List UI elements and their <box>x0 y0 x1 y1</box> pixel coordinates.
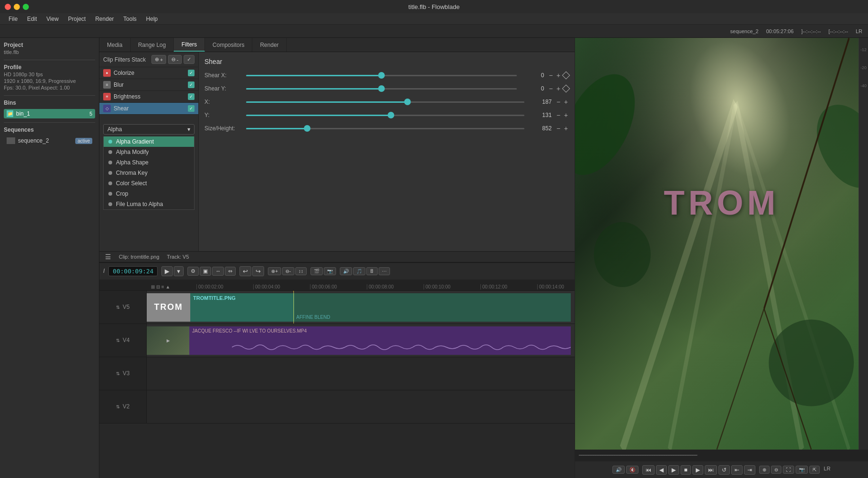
shear-x-minus[interactable]: − <box>548 72 554 79</box>
size-thumb[interactable] <box>304 125 310 132</box>
alpha-dropdown[interactable]: Alpha ▾ <box>103 124 195 135</box>
x-thumb[interactable] <box>404 99 411 105</box>
shear-x-slider[interactable] <box>246 71 517 80</box>
brightness-checkbox[interactable]: ✓ <box>188 93 195 100</box>
render-btn2[interactable]: 📷 <box>324 267 336 275</box>
menu-view[interactable]: View <box>42 13 63 24</box>
preview-snapshot[interactable]: 📷 <box>796 466 808 474</box>
shear-y-thumb[interactable] <box>378 85 385 92</box>
y-minus[interactable]: − <box>556 111 561 119</box>
shear-x-plus[interactable]: + <box>556 72 561 79</box>
preview-prev-frame[interactable]: ◀ <box>656 465 667 475</box>
filter-shear[interactable]: ◇ Shear ✓ <box>99 103 198 115</box>
add-in[interactable]: ⊕+ <box>268 267 281 275</box>
y-plus[interactable]: + <box>563 111 569 119</box>
v2-expand-icon[interactable]: ⇅ <box>116 404 120 409</box>
x-minus[interactable]: − <box>556 98 561 106</box>
menu-help[interactable]: Help <box>142 13 163 24</box>
overwrite-tool[interactable]: ▣ <box>200 267 211 276</box>
mini-ctrl-4[interactable]: ▲ <box>166 284 170 289</box>
filter-brightness[interactable]: ☀ Brightness ✓ <box>99 91 198 103</box>
track-v2-content[interactable] <box>147 390 575 423</box>
menu-edit[interactable]: Edit <box>22 13 42 24</box>
alpha-gradient-item[interactable]: Alpha Gradient <box>104 136 194 147</box>
colorize-checkbox[interactable]: ✓ <box>188 70 195 76</box>
preview-next-frame[interactable]: ▶ <box>692 465 703 475</box>
check-filter-button[interactable]: ✓ <box>184 55 195 64</box>
shear-y-plus[interactable]: + <box>556 85 561 92</box>
audio-up[interactable]: 🔊 <box>340 267 352 275</box>
remove-filter-button[interactable]: ⊖ - <box>168 55 182 64</box>
preview-zoom-in[interactable]: ⊕ <box>759 466 770 474</box>
preview-out-btn[interactable]: ⇥ <box>744 465 755 475</box>
track-v5-content[interactable]: TROM TROMTITLE.PNG AFFINE BLEND <box>147 291 575 324</box>
preview-skip-end[interactable]: ⏭ <box>705 465 717 475</box>
color-select-item[interactable]: Color Select <box>104 178 194 189</box>
split-tool[interactable]: ⚙ <box>187 267 199 276</box>
close-button[interactable] <box>5 4 11 10</box>
play-dropdown[interactable]: ▾ <box>174 266 184 276</box>
filter-colorize[interactable]: ● Colorize ✓ <box>99 67 198 79</box>
redo-button[interactable]: ↪ <box>252 266 264 276</box>
v4-expand-icon[interactable]: ⇅ <box>116 338 120 343</box>
x-slider[interactable] <box>246 98 524 106</box>
v4-main-clip[interactable]: JACQUE FRESCO --IF WI LVE TO OURSELVES.M… <box>189 326 571 355</box>
undo-button[interactable]: ↩ <box>239 266 251 276</box>
maximize-button[interactable] <box>23 4 29 10</box>
x-plus[interactable]: + <box>563 98 569 106</box>
tab-compositors[interactable]: Compositors <box>205 38 252 52</box>
audio-more[interactable]: ⋯ <box>379 267 390 275</box>
tab-render[interactable]: Render <box>252 38 286 52</box>
shear-checkbox[interactable]: ✓ <box>188 105 195 112</box>
minimize-button[interactable] <box>14 4 20 10</box>
slide-tool[interactable]: ⇔ <box>225 267 236 276</box>
shear-x-keyframe[interactable] <box>562 72 570 80</box>
bin-item[interactable]: 📁 bin_1 5 <box>4 109 95 118</box>
preview-mute-btn[interactable]: 🔇 <box>626 466 638 474</box>
track-v3-content[interactable] <box>147 357 575 390</box>
audio-fx[interactable]: 🎵 <box>353 267 365 275</box>
menu-project[interactable]: Project <box>63 13 90 24</box>
v5-expand-icon[interactable]: ⇅ <box>116 305 120 310</box>
mini-ctrl-1[interactable]: ⊞ <box>151 284 155 289</box>
add-filter-button[interactable]: ⊕ + <box>151 55 166 64</box>
v3-expand-icon[interactable]: ⇅ <box>116 371 120 376</box>
menu-tools[interactable]: Tools <box>119 13 142 24</box>
play-button[interactable]: ▶ <box>161 266 173 276</box>
sync-btn[interactable]: ↕↕ <box>295 267 307 275</box>
sequence-item[interactable]: sequence_2 active <box>4 136 95 145</box>
filter-blur[interactable]: ≡ Blur ✓ <box>99 79 198 91</box>
size-plus[interactable]: + <box>563 125 569 132</box>
v5-extended-clip[interactable]: AFFINE BLEND <box>294 293 571 322</box>
y-thumb[interactable] <box>388 112 394 118</box>
file-luma-item[interactable]: File Luma to Alpha <box>104 199 194 209</box>
blur-checkbox[interactable]: ✓ <box>188 81 195 88</box>
preview-fullscreen[interactable]: ⛶ <box>783 466 794 474</box>
alpha-modify-item[interactable]: Alpha Modify <box>104 147 194 157</box>
tab-filters[interactable]: Filters <box>174 38 205 52</box>
mini-ctrl-3[interactable]: ≡ <box>161 284 164 289</box>
shear-y-minus[interactable]: − <box>548 85 554 92</box>
preview-audio-btn[interactable]: 🔊 <box>612 466 625 474</box>
tab-media[interactable]: Media <box>99 38 131 52</box>
preview-in-btn[interactable]: ⇤ <box>731 465 743 475</box>
size-slider[interactable] <box>246 124 524 133</box>
tab-rangelog[interactable]: Range Log <box>131 38 174 52</box>
chroma-key-item[interactable]: Chroma Key <box>104 168 194 178</box>
preview-loop-btn[interactable]: ↺ <box>718 465 730 475</box>
render-btn1[interactable]: 🎬 <box>310 267 323 275</box>
audio-mix[interactable]: 🎚 <box>366 267 378 275</box>
menu-file[interactable]: File <box>4 13 22 24</box>
menu-render[interactable]: Render <box>90 13 118 24</box>
v5-main-clip[interactable]: TROMTITLE.PNG <box>190 293 294 322</box>
y-slider[interactable] <box>246 111 524 119</box>
track-v4-content[interactable]: ▶ JACQUE FRESCO --IF WI LVE TO OURSELVES… <box>147 324 575 357</box>
remove-in[interactable]: ⊖- <box>282 267 294 275</box>
crop-item[interactable]: Crop <box>104 189 194 199</box>
preview-skip-start[interactable]: ⏮ <box>642 465 655 475</box>
shear-y-slider[interactable] <box>246 84 517 93</box>
size-minus[interactable]: − <box>556 125 561 132</box>
preview-resize[interactable]: ⇱ <box>809 466 820 474</box>
shear-y-keyframe[interactable] <box>562 85 570 93</box>
preview-play-btn[interactable]: ▶ <box>668 465 679 475</box>
